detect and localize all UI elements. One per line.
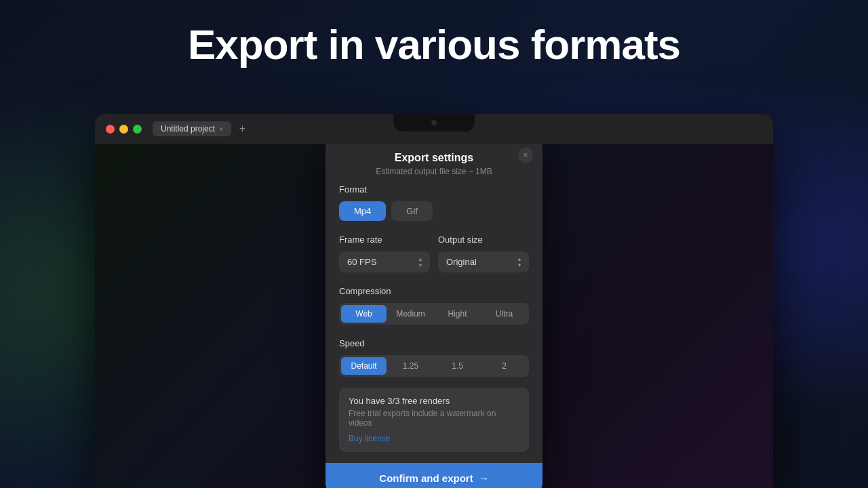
frame-rate-label: Frame rate [339, 235, 430, 245]
dialog-close-button[interactable]: × [518, 148, 533, 163]
compression-hight-button[interactable]: Hight [435, 305, 480, 323]
output-size-select-wrapper: Original 1080p 720p ▲▼ [438, 251, 529, 272]
mac-window: Untitled project × + Export settings Est… [95, 114, 773, 488]
info-text: Free trial exports include a watermark o… [349, 409, 519, 428]
compression-medium-button[interactable]: Medium [388, 305, 433, 323]
subtitle-prefix: Estimated output file size – [376, 167, 475, 176]
compression-section: Compression Web Medium Hight Ultra [339, 286, 529, 325]
format-label: Format [339, 184, 529, 195]
output-size-select[interactable]: Original 1080p 720p [438, 251, 529, 272]
traffic-lights [106, 125, 142, 134]
compression-group: Web Medium Hight Ultra [339, 303, 529, 325]
app-content: Export settings Estimated output file si… [95, 144, 773, 488]
output-size-label: Output size [438, 235, 529, 245]
minimize-button[interactable] [119, 125, 128, 134]
info-title: You have 3/3 free renders [349, 396, 519, 406]
speed-125-button[interactable]: 1.25 [388, 357, 433, 375]
frame-rate-select-wrapper: 60 FPS 30 FPS 24 FPS ▲▼ [339, 251, 430, 272]
output-size-col: Output size Original 1080p 720p ▲▼ [438, 235, 529, 272]
speed-default-button[interactable]: Default [341, 357, 387, 375]
subtitle-size: 1MB [475, 167, 492, 176]
speed-label: Speed [339, 338, 529, 348]
speed-2-button[interactable]: 2 [481, 357, 527, 375]
confirm-arrow-icon: → [479, 472, 489, 484]
compression-web-button[interactable]: Web [341, 305, 387, 323]
tab-label: Untitled project [161, 124, 215, 134]
speed-section: Speed Default 1.25 1.5 2 [339, 338, 529, 377]
format-section: Format Mp4 Gif [339, 184, 529, 221]
buy-license-link[interactable]: Buy license [349, 434, 390, 443]
tab-close-icon[interactable]: × [219, 125, 223, 133]
format-gif-button[interactable]: Gif [391, 201, 433, 221]
export-dialog: Export settings Estimated output file si… [326, 144, 542, 488]
speed-15-button[interactable]: 1.5 [435, 357, 480, 375]
dialog-header: Export settings Estimated output file si… [326, 144, 542, 184]
confirm-label: Confirm and export [379, 472, 473, 484]
tab-bar: Untitled project × + [153, 121, 250, 137]
compression-label: Compression [339, 286, 529, 296]
dialog-subtitle: Estimated output file size – 1MB [339, 167, 529, 176]
info-box: You have 3/3 free renders Free trial exp… [339, 388, 529, 452]
compression-ultra-button[interactable]: Ultra [481, 305, 527, 323]
frame-rate-col: Frame rate 60 FPS 30 FPS 24 FPS ▲▼ [339, 235, 430, 272]
dialog-body: Format Mp4 Gif Frame rate 60 FPS [326, 184, 542, 463]
frame-output-row: Frame rate 60 FPS 30 FPS 24 FPS ▲▼ [339, 235, 529, 272]
frame-rate-select[interactable]: 60 FPS 30 FPS 24 FPS [339, 251, 430, 272]
modal-overlay: Export settings Estimated output file si… [95, 144, 773, 488]
speed-group: Default 1.25 1.5 2 [339, 355, 529, 377]
tab-untitled-project[interactable]: Untitled project × [153, 121, 231, 136]
notch [393, 114, 475, 131]
maximize-button[interactable] [133, 125, 142, 134]
dialog-title: Export settings [339, 152, 529, 164]
new-tab-button[interactable]: + [234, 121, 250, 137]
camera-icon [431, 120, 437, 125]
format-group: Mp4 Gif [339, 201, 529, 221]
close-button[interactable] [106, 125, 115, 134]
confirm-export-button[interactable]: Confirm and export → [326, 463, 542, 488]
format-mp4-button[interactable]: Mp4 [339, 201, 386, 221]
page-heading: Export in various formats [0, 20, 868, 68]
